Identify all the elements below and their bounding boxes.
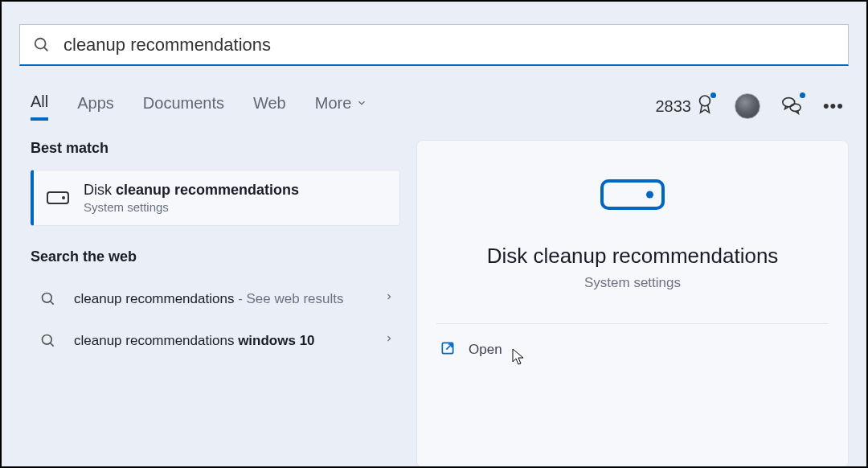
bm-prefix: Disk — [84, 182, 116, 198]
svg-point-0 — [35, 38, 46, 48]
more-menu[interactable]: ••• — [823, 96, 844, 117]
svg-point-2 — [699, 96, 710, 106]
tab-apps[interactable]: Apps — [77, 94, 114, 119]
tab-more-label: More — [315, 94, 352, 113]
results-column: Best match Disk cleanup recommendations … — [31, 140, 400, 468]
tab-all[interactable]: All — [31, 92, 48, 121]
user-avatar[interactable] — [735, 93, 760, 119]
svg-point-3 — [783, 98, 795, 107]
web-result-1[interactable]: cleanup recommendations - See web result… — [31, 278, 400, 320]
web1-term: cleanup recommendations — [74, 291, 234, 306]
search-input[interactable] — [63, 35, 835, 55]
chat-icon[interactable] — [781, 94, 802, 118]
search-icon — [33, 36, 51, 54]
cursor-icon — [512, 348, 526, 366]
best-match-text: Disk cleanup recommendations System sett… — [84, 182, 299, 214]
header-row: All Apps Documents Web More 2833 ••• — [31, 88, 844, 124]
tab-more[interactable]: More — [315, 94, 368, 119]
open-external-icon — [440, 340, 456, 359]
bm-bold: cleanup recommendations — [116, 182, 299, 198]
svg-point-5 — [43, 293, 52, 302]
detail-subtitle: System settings — [417, 275, 848, 291]
search-icon — [40, 333, 56, 349]
header-right: 2833 ••• — [655, 93, 844, 119]
bm-subtitle: System settings — [84, 200, 299, 214]
content-area: Best match Disk cleanup recommendations … — [2, 140, 866, 468]
svg-line-1 — [44, 47, 48, 51]
detail-title: Disk cleanup recommendations — [417, 244, 848, 269]
web1-suffix: - See web results — [234, 291, 343, 306]
open-action[interactable]: Open — [417, 324, 848, 376]
tab-web[interactable]: Web — [253, 94, 286, 119]
svg-line-6 — [51, 301, 54, 304]
search-web-heading: Search the web — [31, 248, 400, 265]
detail-pane: Disk cleanup recommendations System sett… — [416, 140, 849, 468]
svg-point-4 — [790, 104, 800, 111]
open-label: Open — [469, 342, 502, 358]
chevron-down-icon — [356, 97, 367, 109]
svg-point-7 — [43, 335, 52, 344]
chevron-right-icon — [384, 332, 394, 349]
best-match-result[interactable]: Disk cleanup recommendations System sett… — [31, 170, 400, 226]
web2-bold: windows 10 — [238, 333, 314, 348]
best-match-heading: Best match — [31, 140, 400, 157]
search-bar[interactable] — [19, 24, 849, 66]
filter-tabs: All Apps Documents Web More — [31, 92, 367, 121]
search-icon — [40, 291, 56, 307]
tab-documents[interactable]: Documents — [143, 94, 224, 119]
detail-icon-wrap — [417, 179, 848, 210]
drive-icon — [47, 191, 69, 204]
drive-icon — [600, 179, 665, 210]
medal-icon — [696, 94, 714, 119]
points-value: 2833 — [655, 97, 691, 116]
web2-prefix: cleanup recommendations — [74, 333, 238, 348]
web-result-2[interactable]: cleanup recommendations windows 10 — [31, 320, 400, 362]
svg-line-8 — [51, 343, 54, 346]
rewards-points[interactable]: 2833 — [655, 94, 714, 119]
chevron-right-icon — [384, 290, 394, 307]
